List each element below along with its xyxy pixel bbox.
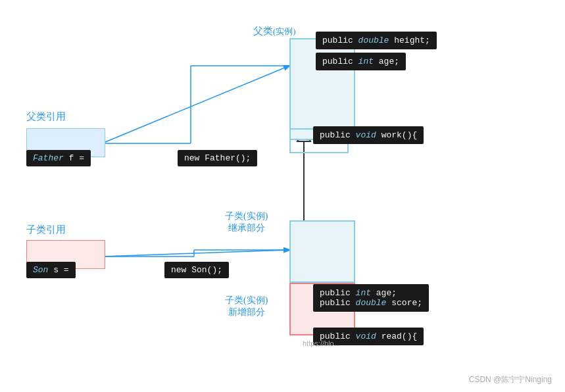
father-new-code: new Father();	[178, 150, 257, 166]
son-new-code: new Son();	[164, 262, 229, 278]
father-ref-code: Father f =	[26, 150, 91, 166]
son-ref-code: Son s =	[26, 262, 76, 278]
son-inherited-label: 子类(实例) 继承部分	[225, 210, 268, 234]
svg-line-1	[102, 250, 289, 257]
son-age-code: public int age;public double score;	[313, 284, 429, 312]
son-ref-label: 子类引用	[26, 224, 66, 236]
father-work-code: public void work(){	[313, 126, 424, 144]
father-class-label: 父类(实例)	[253, 25, 296, 37]
father-height-code: public double height;	[316, 32, 437, 49]
son-new-label: 子类(实例) 新增部分	[225, 295, 268, 318]
father-age-code: public int age;	[316, 53, 406, 70]
watermark: CSDN @陈宁宁Ninging	[469, 374, 552, 385]
svg-line-0	[102, 66, 289, 143]
url-hint: https://blo...	[303, 339, 340, 347]
father-ref-label: 父类引用	[26, 110, 66, 123]
main-canvas: 父类(实例) public double height; public int …	[0, 0, 565, 392]
son-inherited-block	[289, 220, 355, 283]
diagram-arrows	[0, 0, 565, 392]
